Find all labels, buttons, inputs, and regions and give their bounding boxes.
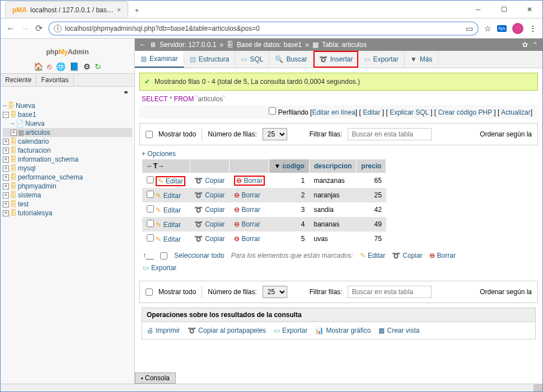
op-export[interactable]: ▭Exportar xyxy=(274,327,307,334)
select-all-link[interactable]: Seleccionar todo xyxy=(174,252,224,259)
bulk-copy[interactable]: ➰Copiar xyxy=(392,252,422,259)
close-window-button[interactable]: ✕ xyxy=(517,1,542,18)
collapse-icon[interactable]: ⌃ xyxy=(532,41,538,49)
extension-na-icon[interactable]: NA xyxy=(497,25,507,32)
op-print[interactable]: 🖨Imprimir xyxy=(147,327,180,334)
tree-base1-new[interactable]: ┈📄 Nueva xyxy=(3,119,132,128)
row-edit[interactable]: ✎Editar xyxy=(158,177,183,185)
reload-button[interactable]: ⟳ xyxy=(35,23,43,34)
row-checkbox[interactable] xyxy=(147,176,154,183)
exit-icon[interactable]: ⎋ xyxy=(47,62,52,71)
profile-avatar[interactable] xyxy=(512,23,523,34)
tree-new-db[interactable]: ┈🗄 Nueva xyxy=(3,101,132,110)
row-edit[interactable]: ✎Editar xyxy=(156,206,181,214)
bulk-edit[interactable]: ✎Editar xyxy=(360,252,385,259)
row-checkbox[interactable] xyxy=(147,234,154,242)
tree-db-performance_schema[interactable]: + 🗄 performance_schema xyxy=(3,173,132,182)
bookmark-icon[interactable]: ☆ xyxy=(484,24,491,33)
refresh-link[interactable]: Actualizar xyxy=(501,108,531,116)
minimize-button[interactable]: ─ xyxy=(465,1,491,18)
menu-icon[interactable]: ⋮ xyxy=(529,24,537,33)
rows-select[interactable]: 25 xyxy=(263,128,287,140)
rows-select-2[interactable]: 25 xyxy=(263,286,287,298)
tree-db-facturacion[interactable]: + 🗄 facturacion xyxy=(3,146,132,155)
docs-icon[interactable]: 📘 xyxy=(69,62,79,71)
row-delete[interactable]: ⊖Borrar xyxy=(234,235,260,243)
tree-table-articulos[interactable]: + ▦ articulos xyxy=(3,128,132,137)
tab-recent[interactable]: Reciente xyxy=(1,74,36,86)
gear-icon[interactable]: ⚙ xyxy=(83,62,91,71)
h-scrollbar[interactable] xyxy=(1,384,542,392)
nav-left-icon[interactable]: ← xyxy=(139,41,146,49)
close-tab-icon[interactable]: × xyxy=(117,6,121,14)
bulk-export[interactable]: ▭Exportar xyxy=(143,264,176,272)
row-copy[interactable]: ➰Copiar xyxy=(194,191,224,199)
tree-db-phpmyadmin[interactable]: + 🗄 phpmyadmin xyxy=(3,182,132,191)
globe-icon[interactable]: 🌐 xyxy=(56,62,65,71)
row-delete[interactable]: ⊖Borrar xyxy=(234,191,260,199)
breadcrumb-table[interactable]: Tabla: articulos xyxy=(322,41,367,49)
breadcrumb-server[interactable]: Servidor: 127.0.0.1 xyxy=(160,41,216,49)
edit-link[interactable]: Editar xyxy=(363,108,380,116)
row-copy[interactable]: ➰Copiar xyxy=(194,235,224,243)
op-clipboard[interactable]: ➰Copiar al portapapeles xyxy=(188,327,266,334)
tab-examinar[interactable]: ▦Examinar xyxy=(135,51,184,68)
show-all-checkbox-2[interactable] xyxy=(146,289,153,296)
breadcrumb-db[interactable]: Base de datos: base1 xyxy=(237,41,302,49)
options-toggle[interactable]: + Opciones xyxy=(135,150,542,158)
reload-tree-icon[interactable]: ↻ xyxy=(95,62,101,71)
settings-gear-icon[interactable]: ✿ xyxy=(522,41,528,49)
row-edit[interactable]: ✎Editar xyxy=(156,221,181,229)
tree-db-tutorialesya[interactable]: + 🗄 tutorialesya xyxy=(3,209,132,218)
tree-db-calendario[interactable]: + 🗄 calendario xyxy=(3,137,132,146)
tab-favorites[interactable]: Favoritas xyxy=(36,74,73,86)
tab-sql[interactable]: ▭SQL xyxy=(235,51,269,68)
back-button[interactable]: ← xyxy=(6,23,15,34)
row-checkbox[interactable] xyxy=(147,191,154,198)
tab-insertar[interactable]: ➰Insertar xyxy=(313,51,359,68)
col-precio[interactable]: precio xyxy=(357,159,386,173)
tab-exportar[interactable]: ▭Exportar xyxy=(358,51,404,68)
select-all-checkbox[interactable] xyxy=(160,252,167,259)
profiling-checkbox[interactable] xyxy=(269,107,276,115)
edit-inline-link[interactable]: Editar en línea xyxy=(312,108,355,116)
tree-db-base1[interactable]: − 🗄 base1 xyxy=(3,110,132,119)
bulk-delete[interactable]: ⊖Borrar xyxy=(429,252,456,259)
tree-db-test[interactable]: + 🗄 test xyxy=(3,200,132,209)
maximize-button[interactable]: ☐ xyxy=(491,1,517,18)
browser-tab[interactable]: pMA localhost / 127.0.0.1 / base1 / art … xyxy=(5,1,128,18)
row-edit[interactable]: ✎Editar xyxy=(156,235,181,243)
tree-db-sistema[interactable]: + 🗄 sistema xyxy=(3,191,132,200)
home-icon[interactable]: 🏠 xyxy=(34,62,43,71)
show-all-checkbox[interactable] xyxy=(146,131,153,138)
console-toggle[interactable]: ▪ Consola xyxy=(135,372,176,384)
row-copy[interactable]: ➰Copiar xyxy=(194,220,224,228)
url-input[interactable]: i localhost/phpmyadmin/sql.php?db=base1&… xyxy=(48,21,479,36)
col-codigo[interactable]: ▼ codigo xyxy=(269,159,310,173)
row-delete[interactable]: ⊖Borrar xyxy=(234,220,260,228)
filter-input[interactable] xyxy=(348,128,432,140)
row-copy[interactable]: ➰Copiar xyxy=(194,177,224,185)
row-checkbox[interactable] xyxy=(147,205,154,212)
filter-input-2[interactable] xyxy=(348,286,432,298)
tab-mas[interactable]: ▼Más xyxy=(405,51,439,68)
row-checkbox[interactable] xyxy=(147,220,154,227)
row-delete[interactable]: ⊖Borrar xyxy=(236,177,263,185)
tab-estructura[interactable]: ▤Estructura xyxy=(184,51,236,68)
forward-button[interactable]: → xyxy=(21,23,30,34)
device-icon[interactable]: ▭ xyxy=(466,24,473,33)
tab-buscar[interactable]: 🔍Buscar xyxy=(269,51,313,68)
tree-db-mysql[interactable]: + 🗄 mysql xyxy=(3,164,132,173)
new-tab-button[interactable]: + xyxy=(128,3,146,18)
explain-link[interactable]: Explicar SQL xyxy=(390,108,429,116)
row-copy[interactable]: ➰Copiar xyxy=(194,206,224,214)
tree-db-information_schema[interactable]: + 🗄 information_schema xyxy=(3,155,132,164)
col-descripcion[interactable]: descripcion xyxy=(309,159,356,173)
info-icon[interactable]: i xyxy=(54,25,62,32)
php-link[interactable]: Crear código PHP xyxy=(438,108,492,116)
row-delete[interactable]: ⊖Borrar xyxy=(234,206,260,214)
link-icon[interactable]: ⚭ xyxy=(1,87,134,98)
op-view[interactable]: ▦Crear vista xyxy=(378,327,419,334)
row-edit[interactable]: ✎Editar xyxy=(156,192,181,200)
op-chart[interactable]: 📊Mostrar gráfico xyxy=(315,327,371,334)
